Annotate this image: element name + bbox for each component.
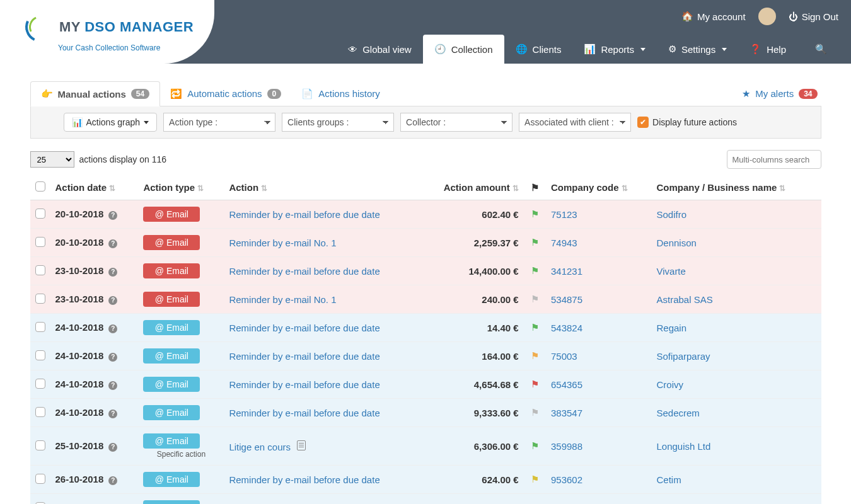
flag-icon[interactable]: ⚑ — [531, 265, 539, 276]
info-icon[interactable]: ? — [108, 353, 117, 362]
company-code-link[interactable]: 75003 — [551, 351, 577, 362]
filter-collector[interactable]: Collector : — [400, 113, 512, 132]
action-link[interactable]: Reminder by e-mail before due date — [229, 379, 379, 390]
company-name-link[interactable]: Sodifro — [656, 209, 686, 220]
email-chip[interactable]: @ Email — [143, 500, 200, 504]
email-chip[interactable]: @ Email — [143, 405, 200, 420]
filter-clients-groups[interactable]: Clients groups : — [282, 113, 394, 132]
email-chip[interactable]: @ Email — [143, 292, 200, 307]
company-code-link[interactable]: 383547 — [551, 408, 582, 418]
row-checkbox[interactable] — [35, 265, 45, 275]
nav-search[interactable]: 🔍 — [804, 35, 838, 64]
company-name-link[interactable]: Sedecrem — [656, 408, 699, 418]
col-company-name[interactable]: Company / Business name⇅ — [651, 175, 821, 200]
select-all-checkbox[interactable] — [35, 181, 45, 192]
col-action-amount[interactable]: Action amount⇅ — [420, 175, 523, 200]
row-checkbox[interactable] — [35, 502, 45, 505]
my-alerts-link[interactable]: ★ My alerts 34 — [738, 82, 821, 106]
col-action[interactable]: Action⇅ — [224, 175, 420, 200]
company-code-link[interactable]: 359988 — [551, 441, 582, 452]
info-icon[interactable]: ? — [108, 410, 117, 418]
col-action-date[interactable]: Action date⇅ — [50, 175, 139, 200]
row-checkbox[interactable] — [35, 237, 45, 247]
flag-icon[interactable]: ⚑ — [531, 440, 539, 451]
nav-collection[interactable]: 🕘Collection — [423, 35, 504, 64]
nav-clients[interactable]: 🌐Clients — [504, 35, 573, 64]
email-chip[interactable]: @ Email — [143, 263, 200, 278]
row-checkbox[interactable] — [35, 294, 45, 304]
action-link[interactable]: Reminder by e-mail before due date — [229, 474, 379, 485]
company-name-link[interactable]: Cetim — [656, 474, 681, 485]
info-icon[interactable]: ? — [108, 268, 117, 277]
info-icon[interactable]: ? — [108, 443, 117, 452]
action-link[interactable]: Reminder by e-mail before due date — [229, 408, 379, 418]
row-checkbox[interactable] — [35, 440, 45, 450]
email-chip[interactable]: @ Email — [143, 472, 200, 487]
email-chip[interactable]: @ Email — [143, 320, 200, 335]
email-chip[interactable]: @ Email — [143, 348, 200, 364]
multi-column-search[interactable] — [727, 150, 821, 169]
tab-automatic-actions[interactable]: 🔁 Automatic actions 0 — [160, 82, 291, 106]
company-code-link[interactable]: 341231 — [551, 266, 582, 277]
company-name-link[interactable]: Vivarte — [656, 266, 685, 277]
col-company-code[interactable]: Company code⇅ — [546, 175, 651, 200]
col-flag[interactable]: ⚑ — [524, 175, 546, 200]
action-link[interactable]: Reminder by e-mail No. 1 — [229, 294, 336, 305]
info-icon[interactable]: ? — [108, 296, 117, 305]
avatar[interactable] — [758, 8, 776, 25]
info-icon[interactable]: ? — [108, 476, 117, 485]
tab-actions-history[interactable]: 📄 Actions history — [291, 82, 390, 106]
action-link[interactable]: Litige en cours — [229, 442, 291, 452]
col-action-type[interactable]: Action type⇅ — [138, 175, 224, 200]
email-chip[interactable]: @ Email — [143, 377, 200, 392]
nav-settings[interactable]: ⚙Settings — [657, 35, 738, 64]
flag-icon[interactable]: ⚑ — [531, 237, 539, 248]
row-checkbox[interactable] — [35, 322, 45, 332]
company-name-link[interactable]: Astrabal SAS — [656, 294, 712, 305]
company-code-link[interactable]: 75123 — [551, 209, 577, 220]
sign-out-link[interactable]: ⏻ Sign Out — [789, 11, 838, 22]
brand-logo[interactable]: MY DSO MANAGER Your Cash Collection Soft… — [0, 0, 214, 64]
actions-graph-button[interactable]: 📊 Actions graph — [64, 113, 158, 132]
row-checkbox[interactable] — [35, 407, 45, 417]
company-name-link[interactable]: Regain — [656, 323, 686, 333]
nav-global-view[interactable]: 👁Global view — [337, 35, 423, 64]
flag-icon[interactable]: ⚑ — [531, 350, 539, 361]
action-link[interactable]: Reminder by e-mail before due date — [229, 351, 379, 362]
filter-action-type[interactable]: Action type : — [163, 113, 275, 132]
document-icon[interactable] — [297, 440, 306, 450]
flag-icon[interactable]: ⚑ — [531, 209, 539, 219]
company-code-link[interactable]: 534875 — [551, 294, 582, 305]
email-chip[interactable]: @ Email — [143, 235, 200, 250]
email-chip[interactable]: @ Email — [143, 433, 200, 449]
action-link[interactable]: Reminder by e-mail before due date — [229, 323, 379, 333]
flag-icon[interactable]: ⚑ — [531, 294, 539, 304]
row-checkbox[interactable] — [35, 474, 45, 484]
row-checkbox[interactable] — [35, 350, 45, 360]
email-chip[interactable]: @ Email — [143, 207, 200, 222]
company-code-link[interactable]: 74943 — [551, 238, 577, 248]
nav-reports[interactable]: 📊Reports — [572, 35, 657, 64]
row-checkbox[interactable] — [35, 209, 45, 219]
company-name-link[interactable]: Longuish Ltd — [656, 441, 710, 452]
company-code-link[interactable]: 543824 — [551, 323, 582, 333]
action-link[interactable]: Reminder by e-mail No. 1 — [229, 238, 336, 248]
flag-icon[interactable]: ⚑ — [531, 474, 539, 484]
company-name-link[interactable]: Dennison — [656, 238, 696, 248]
my-account-link[interactable]: 🏠 My account — [681, 11, 746, 22]
display-future-toggle[interactable]: ✔ Display future actions — [637, 117, 737, 128]
page-size-select[interactable]: 25 — [30, 151, 74, 168]
info-icon[interactable]: ? — [108, 381, 117, 390]
info-icon[interactable]: ? — [108, 324, 117, 333]
flag-icon[interactable]: ⚑ — [531, 322, 539, 333]
filter-associated-client[interactable]: Associated with client : — [519, 113, 631, 132]
flag-icon[interactable]: ⚑ — [531, 379, 539, 389]
info-icon[interactable]: ? — [108, 239, 117, 248]
info-icon[interactable]: ? — [108, 211, 117, 220]
row-checkbox[interactable] — [35, 379, 45, 389]
company-code-link[interactable]: 654365 — [551, 379, 582, 390]
flag-icon[interactable]: ⚑ — [531, 407, 539, 418]
company-code-link[interactable]: 953602 — [551, 474, 582, 485]
tab-manual-actions[interactable]: 👉 Manual actions 54 — [30, 81, 161, 106]
company-name-link[interactable]: Sofiparparay — [656, 351, 710, 362]
